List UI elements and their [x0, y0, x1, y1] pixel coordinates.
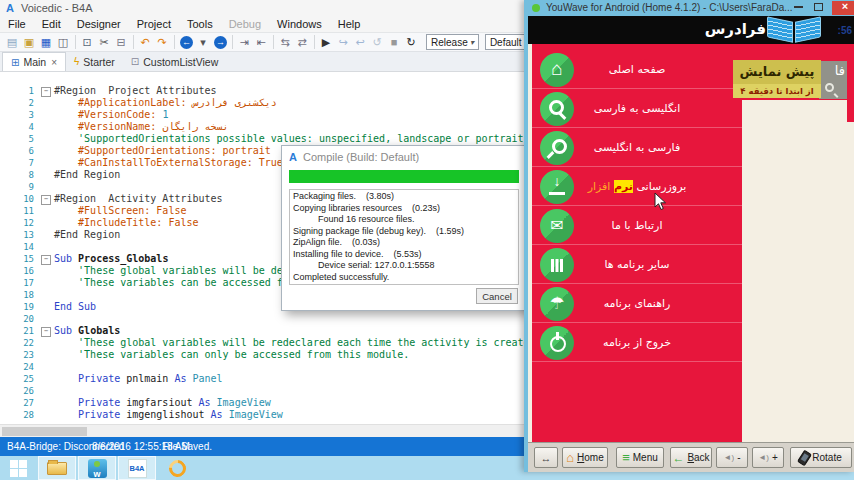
rebuild-icon[interactable]: ↻: [403, 34, 419, 50]
red-edge-strip: [847, 44, 854, 122]
log-line: Packaging files. (3.80s): [293, 191, 515, 203]
maximize-button[interactable]: [814, 3, 823, 11]
youwave-window: YouWave for Android (Home 4.1.2) - C:\Us…: [524, 0, 854, 472]
step-over-icon[interactable]: ↩: [352, 34, 368, 50]
toolbar-separator: [174, 35, 175, 49]
menu-item-contact-us[interactable]: ارتباط با ما: [532, 206, 742, 245]
volume-down-button[interactable]: ◄) -: [716, 447, 748, 468]
chevron-down-icon: ▾: [470, 38, 474, 47]
navigate-back-icon[interactable]: ←: [180, 36, 193, 49]
taskbar-item-youwave[interactable]: [78, 456, 116, 480]
back-button[interactable]: ← Back: [670, 447, 712, 468]
step-into-icon[interactable]: ↪: [335, 34, 351, 50]
b4a-app-icon: A: [6, 2, 14, 14]
fold-margin: [40, 133, 54, 145]
copy-icon[interactable]: ⊡: [79, 34, 95, 50]
fold-marker-icon[interactable]: [40, 253, 54, 265]
line-number: 16: [0, 265, 40, 277]
module-icon: ⊡: [131, 56, 139, 67]
fold-margin: [40, 169, 54, 181]
menu-item-home[interactable]: صفحه اصلی: [532, 50, 742, 89]
indent-icon[interactable]: ⇥: [236, 34, 252, 50]
cut-icon[interactable]: ✂: [96, 34, 112, 50]
menu-help[interactable]: Help: [330, 18, 369, 30]
code-line: 2 #ApplicationLabel: دیکشنری فرادرس: [0, 97, 530, 109]
menu-item-app-guide[interactable]: راهنمای برنامه: [532, 284, 742, 323]
line-number: 12: [0, 217, 40, 229]
code-line: 20: [0, 313, 530, 325]
tab-close-icon[interactable]: ×: [51, 57, 57, 68]
start-button[interactable]: [0, 456, 36, 480]
new-file-icon[interactable]: ▤: [4, 34, 20, 50]
navigate-forward-icon[interactable]: →: [214, 36, 227, 49]
outdent-icon[interactable]: ⇤: [253, 34, 269, 50]
horizontal-scrollbar[interactable]: [0, 424, 524, 437]
line-number: 26: [0, 385, 40, 397]
menu-tools[interactable]: Tools: [179, 18, 221, 30]
code-line: 3 #VersionCode: 1: [0, 109, 530, 121]
tab-main[interactable]: ⊞ Main ×: [2, 52, 66, 71]
fold-margin: [40, 265, 54, 277]
rotate-button[interactable]: Rotate: [790, 447, 852, 468]
editor-tabbar: ⊞ Main × ϟ Starter ⊡ CustomListView: [0, 52, 529, 72]
menu-item-english-to-farsi[interactable]: انگلیسی به فارسی: [532, 89, 742, 128]
fold-marker-icon[interactable]: [40, 85, 54, 97]
menu-item-update-software[interactable]: بروزرسانی نرم افزار: [532, 167, 742, 206]
taskbar-item-honeycam[interactable]: [158, 456, 196, 480]
paste-icon[interactable]: ⊟: [113, 34, 129, 50]
log-line: ZipAlign file. (0.03s): [293, 237, 515, 249]
home-button[interactable]: ⌂ Home: [562, 447, 608, 468]
fold-marker-icon[interactable]: [40, 193, 54, 205]
taskbar-item-explorer[interactable]: [38, 456, 76, 480]
uncomment-icon[interactable]: ⇄: [294, 34, 310, 50]
open-icon[interactable]: ▣: [21, 34, 37, 50]
menu-designer[interactable]: Designer: [69, 18, 129, 30]
build-configuration-select[interactable]: Release ▾: [426, 34, 479, 50]
code-line: 24: [0, 361, 530, 373]
undo-icon[interactable]: ↶: [137, 34, 153, 50]
menu-project[interactable]: Project: [129, 18, 179, 30]
stop-icon[interactable]: ■: [386, 34, 402, 50]
search-box[interactable]: فا: [819, 61, 847, 99]
minimize-button[interactable]: [794, 6, 803, 8]
menu-item-exit-app[interactable]: خروج از برنامه: [532, 323, 742, 362]
fold-marker-icon[interactable]: [40, 325, 54, 337]
fold-margin: [40, 157, 54, 169]
menu-item-other-apps[interactable]: سایر برنامه ها: [532, 245, 742, 284]
home-icon: ⌂: [566, 453, 574, 463]
profile-select[interactable]: Default: [485, 34, 529, 50]
menu-item-farsi-to-english[interactable]: فارسی به انگلیسی: [532, 128, 742, 167]
youwave-titlebar[interactable]: YouWave for Android (Home 4.1.2) - C:\Us…: [528, 0, 854, 16]
run-icon[interactable]: ▶: [318, 34, 334, 50]
fold-margin: [40, 289, 54, 301]
menu-button[interactable]: ≡ Menu: [616, 447, 664, 468]
toolbar-separator: [314, 35, 315, 49]
volume-up-button[interactable]: ◄) +: [752, 447, 784, 468]
resize-button[interactable]: [534, 447, 558, 468]
menu-file[interactable]: File: [0, 18, 34, 30]
log-line: Device serial: 127.0.0.1:5558: [293, 260, 515, 272]
youwave-window-title: YouWave for Android (Home 4.1.2) - C:\Us…: [546, 2, 793, 13]
find-icon[interactable]: ◫: [55, 34, 71, 50]
close-button[interactable]: [832, 1, 854, 15]
redo-icon[interactable]: ↷: [154, 34, 170, 50]
line-number: 5: [0, 133, 40, 145]
menu-windows[interactable]: Windows: [269, 18, 330, 30]
tab-customlistview[interactable]: ⊡ CustomListView: [123, 52, 226, 71]
scrollbar-thumb[interactable]: [2, 427, 87, 436]
save-icon[interactable]: ▦: [38, 34, 54, 50]
taskbar-item-b4a[interactable]: B4A: [118, 456, 156, 480]
line-number: 1: [0, 85, 40, 97]
compile-log: Packaging files. (3.80s)Copying librarie…: [289, 189, 519, 285]
fold-margin: [40, 229, 54, 241]
b4a-titlebar[interactable]: A Voicedic - B4A: [0, 0, 529, 15]
emulator-screen: فرادرس :56 فا: [528, 16, 854, 442]
line-number: 15: [0, 253, 40, 265]
resume-icon[interactable]: ↺: [369, 34, 385, 50]
chevron-down-icon[interactable]: ▾: [195, 34, 211, 50]
tab-starter[interactable]: ϟ Starter: [66, 52, 123, 71]
cancel-button[interactable]: Cancel: [476, 288, 518, 304]
comment-icon[interactable]: ⇆: [277, 34, 293, 50]
menu-edit[interactable]: Edit: [34, 18, 69, 30]
code-line: 1#Region Project Attributes: [0, 85, 530, 97]
